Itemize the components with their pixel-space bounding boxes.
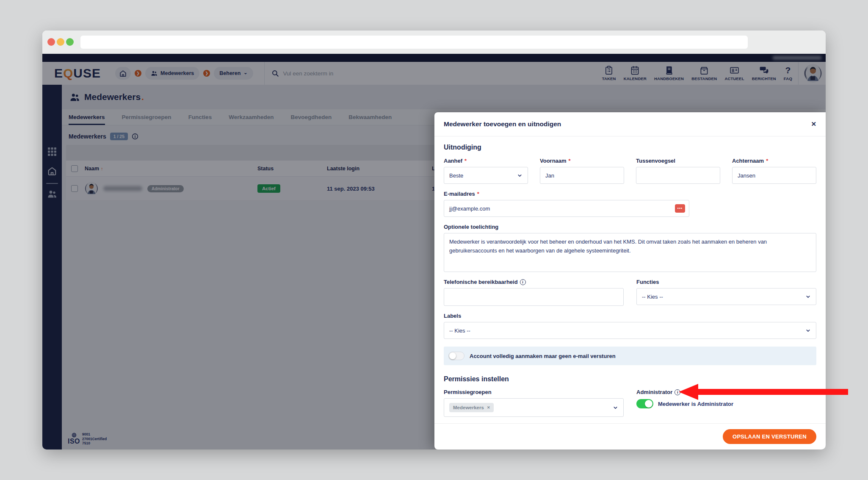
field-label: Optionele toelichting [444, 224, 498, 230]
close-icon[interactable]: ✕ [811, 120, 816, 128]
field-label: Labels [444, 313, 461, 319]
chevron-down-icon [613, 405, 618, 411]
browser-titlebar [42, 31, 826, 54]
section-uitnodiging: Uitnodiging [444, 144, 816, 151]
field-label: Telefonische bereikbaarheid [444, 279, 518, 285]
chevron-down-icon [517, 173, 522, 178]
required-asterisk: * [569, 158, 571, 164]
minimize-window-button[interactable] [57, 38, 64, 46]
achternaam-input[interactable]: Jansen [732, 167, 816, 184]
permissiegroepen-multiselect[interactable]: Medewerkers ✕ [444, 398, 624, 417]
tussenvoegsel-input[interactable] [636, 167, 720, 184]
modal-title: Medewerker toevoegen en uitnodigen [444, 120, 561, 128]
desktop-background: EQUSE ❯ Medewerkers ❯ Beheren ⌄ [0, 0, 868, 480]
field-email: E-mailadres* jj@example.com ••• [444, 191, 816, 217]
select-value: -- Kies -- [642, 294, 663, 300]
info-icon[interactable]: i [520, 279, 526, 285]
email-input[interactable]: jj@example.com [444, 200, 689, 217]
select-value: Beste [449, 172, 463, 179]
field-label: Tussenvoegsel [636, 158, 675, 164]
account-toggle-row: Account volledig aanmaken maar geen e-ma… [444, 347, 816, 365]
field-toelichting: Optionele toelichting Medewerker is vera… [444, 224, 816, 272]
select-value: -- Kies -- [449, 327, 470, 334]
field-permissiegroepen: Permissiegroepen Medewerkers ✕ [444, 389, 624, 417]
field-label: Achternaam [732, 158, 764, 164]
section-permissies: Permissies instellen [444, 375, 816, 383]
required-asterisk: * [477, 191, 479, 197]
labels-select[interactable]: -- Kies -- [444, 322, 816, 339]
account-toggle[interactable] [448, 352, 464, 360]
field-label: Administrator [636, 389, 672, 395]
chip-label: Medewerkers [453, 405, 484, 410]
field-labels: Labels -- Kies -- [444, 313, 816, 339]
aanhef-select[interactable]: Beste [444, 167, 528, 184]
functies-select[interactable]: -- Kies -- [636, 288, 816, 305]
field-tussenvoegsel: Tussenvoegsel [636, 158, 720, 184]
required-asterisk: * [766, 158, 768, 164]
modal-header: Medewerker toevoegen en uitnodigen ✕ [434, 112, 826, 136]
maximize-window-button[interactable] [66, 38, 74, 46]
chevron-down-icon [805, 294, 811, 300]
voornaam-input[interactable]: Jan [540, 167, 624, 184]
password-manager-icon[interactable]: ••• [675, 204, 685, 213]
administrator-toggle[interactable] [636, 399, 653, 408]
field-achternaam: Achternaam* Jansen [732, 158, 816, 184]
save-and-send-button[interactable]: OPSLAAN EN VERSTUREN [723, 429, 816, 444]
medewerkers-chip[interactable]: Medewerkers ✕ [449, 403, 494, 412]
chip-remove-icon[interactable]: ✕ [487, 405, 490, 410]
address-bar[interactable] [80, 36, 748, 49]
field-label: Aanhef [444, 158, 462, 164]
telefoon-input[interactable] [444, 288, 624, 306]
field-label: E-mailadres [444, 191, 475, 197]
account-toggle-label: Account volledig aanmaken maar geen e-ma… [470, 353, 616, 359]
field-voornaam: Voornaam* Jan [540, 158, 624, 184]
field-label: Permissiegroepen [444, 389, 492, 395]
toelichting-textarea[interactable]: Medewerker is verantwoordelijk voor het … [444, 233, 816, 272]
field-label: Functies [636, 279, 659, 285]
required-asterisk: * [464, 158, 467, 164]
field-label: Voornaam [540, 158, 567, 164]
field-functies: Functies -- Kies -- [636, 279, 816, 306]
red-arrow-annotation [679, 383, 848, 401]
modal-footer: OPSLAAN EN VERSTUREN [434, 423, 826, 449]
field-aanhef: Aanhef* Beste [444, 158, 528, 184]
modal-body: Uitnodiging Aanhef* Beste Voornaam* Jan [434, 136, 826, 417]
close-window-button[interactable] [47, 38, 55, 46]
chevron-down-icon [805, 328, 811, 333]
field-telefoon: Telefonische bereikbaarheid i [444, 279, 624, 306]
administrator-toggle-label: Medewerker is Administrator [658, 401, 733, 407]
